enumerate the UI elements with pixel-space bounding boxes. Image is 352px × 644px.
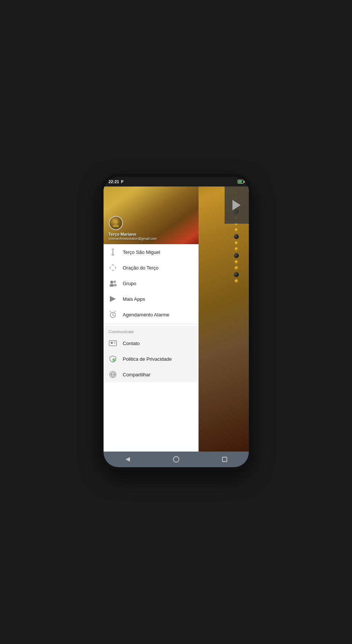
bead xyxy=(235,279,238,283)
svg-rect-23 xyxy=(114,342,116,342)
bead xyxy=(235,241,238,245)
menu-label-compartilhar: Compartilhar xyxy=(123,372,150,377)
phone-frame: 22:21 P xyxy=(104,177,249,467)
bead xyxy=(235,266,238,270)
contact-icon xyxy=(109,339,117,347)
menu-item-terco-sao-miguel[interactable]: Terço São Miguel xyxy=(104,244,199,260)
svg-point-4 xyxy=(112,252,113,253)
svg-point-11 xyxy=(110,281,113,284)
svg-point-1 xyxy=(113,224,119,227)
battery-icon xyxy=(238,180,244,184)
status-p-icon: P xyxy=(121,180,124,184)
communicate-section-header: Communicate xyxy=(104,326,199,335)
drawer-user-email: cosmechristsolution@gmail.com xyxy=(109,237,193,240)
svg-rect-24 xyxy=(114,343,115,344)
menu-label-terco-sao-miguel: Terço São Miguel xyxy=(123,249,160,255)
share-icon xyxy=(109,370,117,379)
menu-label-politica-privacidade: Politica de Privacidade xyxy=(123,356,172,362)
home-icon xyxy=(173,456,180,463)
play-store-icon xyxy=(109,295,117,303)
menu-item-compartilhar[interactable]: Compartilhar xyxy=(104,367,199,382)
privacy-icon xyxy=(109,355,117,363)
bead xyxy=(234,272,239,277)
bead xyxy=(235,260,238,264)
rosary-circle-icon xyxy=(109,264,117,272)
svg-point-14 xyxy=(113,284,117,287)
svg-point-10 xyxy=(115,267,116,268)
status-bar: 22:21 P xyxy=(104,177,249,186)
svg-point-30 xyxy=(173,457,179,462)
menu-label-mais-apps: Mais Apps xyxy=(123,296,145,302)
svg-line-20 xyxy=(115,311,116,312)
menu-divider xyxy=(104,324,199,324)
bead xyxy=(235,247,238,251)
svg-point-6 xyxy=(110,265,115,271)
bead xyxy=(235,228,238,232)
home-button[interactable] xyxy=(167,453,185,466)
rosary-icon xyxy=(109,248,117,256)
status-time: 22:21 xyxy=(109,179,119,184)
drawer-header-overlay: Terço Mariano cosmechristsolution@gmail.… xyxy=(104,212,199,244)
alarm-icon xyxy=(109,310,117,319)
avatar xyxy=(109,216,123,230)
menu-label-oracao-do-terco: Oração do Terço xyxy=(123,265,159,271)
svg-marker-29 xyxy=(126,457,130,462)
rosary-beads xyxy=(231,186,242,452)
phone-screen: 22:21 P xyxy=(104,177,249,467)
recents-icon xyxy=(222,457,227,462)
menu-item-politica-privacidade[interactable]: Politica de Privacidade xyxy=(104,351,199,367)
drawer-menu: Terço São Miguel xyxy=(104,244,199,452)
svg-rect-31 xyxy=(222,457,227,462)
bead xyxy=(234,253,239,258)
svg-rect-21 xyxy=(109,341,117,346)
svg-marker-15 xyxy=(110,296,116,302)
drawer-header: Terço Mariano cosmechristsolution@gmail.… xyxy=(104,186,199,244)
menu-item-grupo[interactable]: Grupo xyxy=(104,275,199,291)
drawer-user-name: Terço Mariano xyxy=(109,232,193,237)
status-right xyxy=(238,180,244,184)
bottom-nav xyxy=(104,452,249,467)
back-button[interactable] xyxy=(118,453,137,466)
svg-point-22 xyxy=(111,342,113,344)
communicate-section: Communicate Contato xyxy=(104,326,199,382)
menu-item-oracao-do-terco[interactable]: Oração do Terço xyxy=(104,260,199,275)
recents-button[interactable] xyxy=(215,453,234,466)
svg-point-13 xyxy=(113,281,116,283)
play-button[interactable] xyxy=(225,186,249,224)
menu-label-contato: Contato xyxy=(123,341,140,346)
drawer: Terço Mariano cosmechristsolution@gmail.… xyxy=(104,186,199,452)
avatar-icon xyxy=(112,219,120,227)
menu-item-contato[interactable]: Contato xyxy=(104,335,199,351)
svg-line-19 xyxy=(110,311,111,312)
svg-line-18 xyxy=(113,315,114,316)
svg-point-8 xyxy=(112,270,113,271)
status-left: 22:21 P xyxy=(109,179,124,184)
play-triangle-icon xyxy=(232,200,241,210)
bead xyxy=(234,234,239,239)
svg-point-0 xyxy=(114,220,118,224)
svg-point-7 xyxy=(112,264,113,265)
back-icon xyxy=(125,456,131,462)
battery-fill xyxy=(238,181,242,183)
menu-item-mais-apps[interactable]: Mais Apps xyxy=(104,291,199,307)
menu-label-agendamento-alarme: Agendamento Alarme xyxy=(123,312,169,318)
svg-point-2 xyxy=(112,249,114,250)
content-area: Terço Mariano cosmechristsolution@gmail.… xyxy=(104,186,249,452)
menu-item-agendamento-alarme[interactable]: Agendamento Alarme xyxy=(104,307,199,322)
svg-point-9 xyxy=(110,267,111,268)
group-icon xyxy=(109,279,117,287)
menu-label-grupo: Grupo xyxy=(123,281,136,286)
